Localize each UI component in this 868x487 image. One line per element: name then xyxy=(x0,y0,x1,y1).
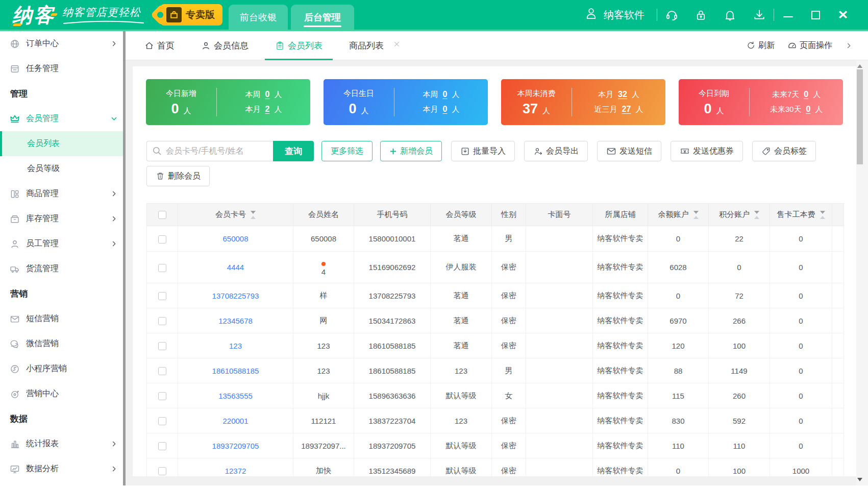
headset-icon[interactable] xyxy=(665,8,679,22)
scroll-down-arrow[interactable] xyxy=(857,478,862,481)
scrollbar-thumb[interactable] xyxy=(857,69,863,164)
column-header[interactable]: 所属店铺 xyxy=(593,204,648,226)
sidebar-item[interactable]: 数据分析 xyxy=(0,456,126,481)
row-checkbox[interactable] xyxy=(158,235,166,243)
row-checkbox[interactable] xyxy=(158,292,166,300)
page-tab[interactable]: 商品列表 xyxy=(339,31,411,60)
sidebar-subitem[interactable]: 会员列表 xyxy=(0,131,126,156)
close-tab-icon[interactable] xyxy=(393,40,401,51)
sidebar-item[interactable]: 短信营销 xyxy=(0,306,126,331)
row-checkbox[interactable] xyxy=(158,317,166,325)
sidebar-item[interactable]: 会员管理 xyxy=(0,106,126,131)
sort-icon[interactable] xyxy=(251,211,256,219)
delete-member-button[interactable]: 删除会员 xyxy=(146,166,210,186)
column-header[interactable]: 性别 xyxy=(492,204,526,226)
search-button[interactable]: 查询 xyxy=(273,141,314,161)
column-header[interactable]: 卡面号 xyxy=(526,204,593,226)
column-header[interactable]: 手机号码 xyxy=(354,204,431,226)
filter-toolbar: 查询 更多筛选新增会员批量导入会员导出发送短信发送优惠券会员标签 xyxy=(146,141,816,161)
minimize-button[interactable] xyxy=(782,9,794,21)
sort-icon[interactable] xyxy=(693,211,699,219)
bell-icon[interactable] xyxy=(723,8,737,22)
page-tab[interactable]: 首页 xyxy=(134,31,185,60)
member-card-link[interactable]: 12345678 xyxy=(218,316,253,325)
row-checkbox[interactable] xyxy=(158,392,166,400)
more-filters-button[interactable]: 更多筛选 xyxy=(321,141,373,161)
member-tags-button[interactable]: 会员标签 xyxy=(752,141,816,161)
member-card-link[interactable]: 13563555 xyxy=(218,392,253,400)
column-header[interactable]: 会员卡号 xyxy=(178,204,293,226)
sidebar-item[interactable]: 统计报表 xyxy=(0,431,126,456)
sidebar-item[interactable]: 货流管理 xyxy=(0,256,126,281)
member-card-link[interactable]: 123 xyxy=(229,342,242,350)
scroll-up-arrow[interactable] xyxy=(857,64,862,68)
row-checkbox[interactable] xyxy=(158,467,166,475)
send-sms-button[interactable]: 发送短信 xyxy=(597,141,661,161)
sidebar-item[interactable]: 任务管理 xyxy=(0,56,126,81)
sidebar-item[interactable]: 小程序营销 xyxy=(0,356,126,381)
download-icon[interactable] xyxy=(752,8,766,22)
member-card-link[interactable]: 12372 xyxy=(225,467,246,475)
sidebar-item[interactable]: 营销中心 xyxy=(0,381,126,406)
page-ops-action[interactable]: 页面操作 xyxy=(787,40,832,51)
staff-icon xyxy=(9,238,20,250)
select-all-header[interactable] xyxy=(147,204,178,226)
mode-tab-backoffice[interactable]: 后台管理 xyxy=(291,5,354,30)
card-fee-cell: 0 xyxy=(770,408,832,433)
page-tab[interactable]: 会员列表 xyxy=(265,31,333,60)
sidebar-item[interactable]: 库存管理 xyxy=(0,206,126,231)
row-checkbox[interactable] xyxy=(158,442,166,450)
gender-cell: 保密 xyxy=(492,433,526,458)
member-card-link[interactable]: 18610588185 xyxy=(212,367,259,375)
card-fee: 0 xyxy=(799,417,803,425)
select-all-checkbox[interactable] xyxy=(158,211,166,219)
sidebar-item[interactable]: 员工管理 xyxy=(0,231,126,256)
member-export-button[interactable]: 会员导出 xyxy=(524,141,588,161)
lock-icon[interactable] xyxy=(694,8,708,22)
card-fee-cell: 0 xyxy=(770,308,832,333)
sidebar-item[interactable]: 商品管理 xyxy=(0,181,126,206)
close-button[interactable]: ✕ xyxy=(837,9,849,20)
maximize-button[interactable] xyxy=(809,9,822,21)
page-tabbar: 首页会员信息会员列表商品列表 刷新页面操作 xyxy=(126,31,868,60)
member-card-link[interactable]: 650008 xyxy=(222,234,248,243)
batch-import-button[interactable]: 批量导入 xyxy=(451,141,515,161)
stat-sub-label: 本周 xyxy=(245,90,261,100)
refresh-action[interactable]: 刷新 xyxy=(747,40,775,51)
column-header[interactable]: 余额账户 xyxy=(648,204,709,226)
content-scrollbar[interactable] xyxy=(856,60,868,485)
member-card-link[interactable]: 18937209705 xyxy=(212,442,259,450)
row-checkbox[interactable] xyxy=(158,264,166,272)
user-account[interactable]: 纳客软件 xyxy=(584,7,644,23)
chevron-right-icon[interactable] xyxy=(845,42,853,50)
member-card-link[interactable]: 4444 xyxy=(227,263,244,272)
stat-card-no-consume-week: 本周未消费37人本月32人近三月27人 xyxy=(501,79,665,125)
sidebar-subitem[interactable]: 会员等级 xyxy=(0,156,126,181)
column-header[interactable]: 会员等级 xyxy=(431,204,492,226)
member-card-link[interactable]: 220001 xyxy=(222,417,248,425)
row-checkbox[interactable] xyxy=(158,367,166,375)
sidebar-item[interactable]: 订单中心 xyxy=(0,31,126,56)
add-member-button[interactable]: 新增会员 xyxy=(380,141,442,161)
mode-tab-cashier[interactable]: 前台收银 xyxy=(229,5,288,30)
send-coupon-button[interactable]: 发送优惠券 xyxy=(671,141,743,161)
level: 茗通 xyxy=(454,341,469,350)
member-card-link[interactable]: 13708225793 xyxy=(212,291,259,300)
row-checkbox[interactable] xyxy=(158,342,166,350)
level-cell: 默认等级 xyxy=(431,383,492,408)
gender: 保密 xyxy=(501,466,516,475)
sort-icon[interactable] xyxy=(754,211,759,219)
sort-icon[interactable] xyxy=(820,211,825,219)
row-checkbox[interactable] xyxy=(158,417,166,425)
sidebar: 订单中心任务管理管理会员管理会员列表会员等级商品管理库存管理员工管理货流管理营销… xyxy=(0,31,126,485)
search-input[interactable] xyxy=(146,141,273,161)
page-tab[interactable]: 会员信息 xyxy=(191,31,259,60)
balance-cell: 6970 xyxy=(648,308,709,333)
sidebar-item[interactable]: 微信营销 xyxy=(0,331,126,356)
column-header[interactable]: 积分账户 xyxy=(709,204,770,226)
column-header[interactable]: 售卡工本费 xyxy=(770,204,832,226)
column-header-inner: 手机号码 xyxy=(354,210,430,220)
store-cell: 纳客软件专卖 xyxy=(593,408,648,433)
column-header[interactable]: 会员姓名 xyxy=(293,204,354,226)
balance-cell: 115 xyxy=(648,383,709,408)
